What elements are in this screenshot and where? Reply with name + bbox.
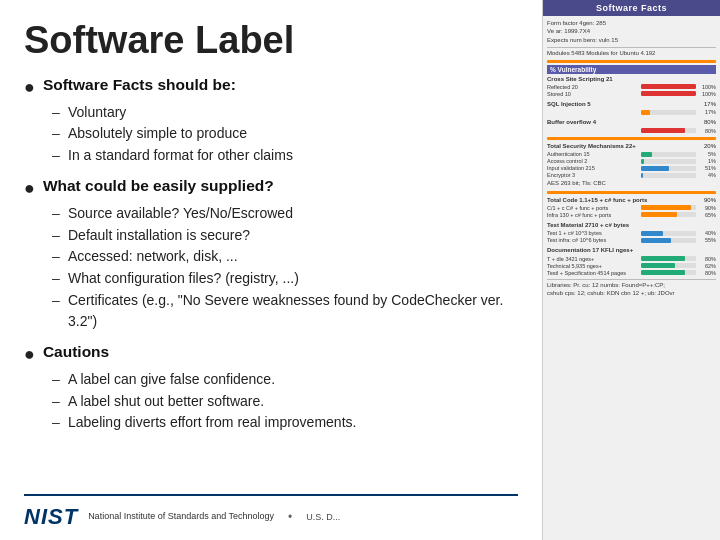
- buf-pct: 80%: [688, 118, 716, 126]
- bullet-dot-2: ●: [24, 178, 35, 199]
- totalcode-label: Total Code 1.1+15 + c# func + ports: [547, 196, 688, 204]
- list-item: Absolutely simple to produce: [52, 123, 518, 145]
- orange-divider-3: [547, 191, 716, 194]
- divider-2: [547, 279, 716, 280]
- meta-label-2: Ve ar: 1999.7X4: [547, 27, 716, 35]
- inv-pct: 51%: [698, 165, 716, 171]
- tm2-label: Test infra: c# 10^6 bytes: [547, 237, 639, 243]
- buf-bar-inner: [641, 128, 685, 133]
- tc1-pct: 90%: [698, 205, 716, 211]
- auth-bar-inner: [641, 152, 652, 157]
- orange-divider-1: [547, 60, 716, 63]
- main-bullet-2-text: What could be easily supplied?: [43, 177, 274, 195]
- doc1-pct: 80%: [698, 256, 716, 262]
- meta-row-1: Form factor 4gen: 285: [547, 19, 716, 27]
- auth-pct: 5%: [698, 151, 716, 157]
- buf-bar-pct: 80%: [698, 128, 716, 134]
- xss-pct-2: 100%: [698, 91, 716, 97]
- doc-label: Documentation 17 KFLI nges+: [547, 246, 716, 254]
- aes-label: AES 263 bit; Tls: CBC: [547, 179, 716, 187]
- doc2-bar-container: Technical 5,935 nges+ 62%: [547, 263, 716, 269]
- doc-title: Documentation 17 KFLI nges+: [547, 246, 716, 254]
- meta-label-1: Form factor 4gen: 285: [547, 19, 716, 27]
- modules-row: Modules 5483 Modules for Ubuntu 4.192: [547, 49, 716, 57]
- list-item: Certificates (e.g., "No Severe weaknesse…: [52, 290, 518, 333]
- sql-bar-container: 17%: [547, 109, 716, 115]
- tm2-bar-inner: [641, 238, 671, 243]
- sql-section: SQL Injection 5 17% 17%: [547, 100, 716, 115]
- tm1-bar-container: Test 1 + c# 10^3 bytes 40%: [547, 230, 716, 236]
- tm2-bar: [641, 238, 696, 243]
- totalcode-pct: 90%: [688, 196, 716, 204]
- nist-institution-name: National Institute of Standards and Tech…: [88, 511, 274, 523]
- doc1-bar-container: T + dle 3421 nges+ 80%: [547, 256, 716, 262]
- right-panel-header: Software Facts: [543, 0, 720, 16]
- doc3-bar-inner: [641, 270, 685, 275]
- footer-agency: U.S. D...: [306, 512, 340, 522]
- list-item: What configuration files? (registry, ...…: [52, 268, 518, 290]
- right-panel-content: Form factor 4gen: 285 Ve ar: 1999.7X4 Ex…: [543, 16, 720, 540]
- modules-label: Modules 5483 Modules for Ubuntu 4.192: [547, 49, 716, 57]
- acc-bar-inner: [641, 159, 644, 164]
- doc2-bar: [641, 263, 696, 268]
- acc-label: Access control 2: [547, 158, 639, 164]
- tm2-pct: 55%: [698, 237, 716, 243]
- inv-bar-inner: [641, 166, 669, 171]
- xss-item-1-label: Reflected 20: [547, 84, 639, 90]
- meta-row-3: Expects num bero: vuln 15: [547, 36, 716, 44]
- list-item: Default installation is secure?: [52, 225, 518, 247]
- enc-label: Encryptor 3: [547, 172, 639, 178]
- doc1-label: T + dle 3421 nges+: [547, 256, 639, 262]
- doc2-pct: 62%: [698, 263, 716, 269]
- footer: NIST National Institute of Standards and…: [24, 494, 518, 530]
- doc3-pct: 80%: [698, 270, 716, 276]
- doc1-bar-inner: [641, 256, 685, 261]
- section-cautions: ● Cautions A label can give false confid…: [24, 343, 518, 434]
- acc-bar: [641, 159, 696, 164]
- enc-bar-container: Encryptor 3 4%: [547, 172, 716, 178]
- doc3-bar: [641, 270, 696, 275]
- tc1-bar: [641, 205, 696, 210]
- list-item: A label shut out better software.: [52, 391, 518, 413]
- totalcode-title: Total Code 1.1+15 + c# func + ports 90%: [547, 196, 716, 204]
- bullet-dot-1: ●: [24, 77, 35, 98]
- tm1-bar-inner: [641, 231, 663, 236]
- enc-bar: [641, 173, 696, 178]
- secmech-section: Total Security Mechanisms 22+ 20% Authen…: [547, 142, 716, 188]
- buf-label: Buffer overflow 4: [547, 118, 688, 126]
- section-easily-supplied: ● What could be easily supplied? Source …: [24, 177, 518, 333]
- main-bullet-3: ● Cautions: [24, 343, 518, 365]
- slide-title: Software Label: [24, 20, 518, 62]
- list-item: Accessed: network, disk, ...: [52, 246, 518, 268]
- testmat-label: Test Material 2710 + c# bytes: [547, 221, 716, 229]
- xss-section: Cross Site Scripting 21 Reflected 20 100…: [547, 75, 716, 97]
- xss-title: Cross Site Scripting 21: [547, 75, 716, 83]
- sql-title: SQL Injection 5 17%: [547, 100, 716, 108]
- sql-pct: 17%: [688, 100, 716, 108]
- main-bullet-2: ● What could be easily supplied?: [24, 177, 518, 199]
- doc-section: Documentation 17 KFLI nges+ T + dle 3421…: [547, 246, 716, 275]
- sub-bullets-2: Source available? Yes/No/Escrowed Defaul…: [52, 203, 518, 333]
- xss-bar-1: [641, 84, 696, 89]
- secmech-title: Total Security Mechanisms 22+ 20%: [547, 142, 716, 150]
- list-item: Labeling diverts effort from real improv…: [52, 412, 518, 434]
- tc2-label: Infra 130 + c# func + ports: [547, 212, 639, 218]
- tm1-label: Test 1 + c# 10^3 bytes: [547, 230, 639, 236]
- meta-label-3: Expects num bero: vuln 15: [547, 36, 716, 44]
- doc1-bar: [641, 256, 696, 261]
- tc1-bar-inner: [641, 205, 691, 210]
- tc1-label: C/1 + c C# + func + ports: [547, 205, 639, 211]
- sql-bar-inner: [641, 110, 650, 115]
- xss-item-1: Reflected 20 100%: [547, 84, 716, 90]
- tm1-pct: 40%: [698, 230, 716, 236]
- xss-pct-1: 100%: [698, 84, 716, 90]
- testmat-title: Test Material 2710 + c# bytes: [547, 221, 716, 229]
- lib-section: Libraries: Pr. cu: 12 numbs: Found=P++:C…: [547, 281, 716, 298]
- footer-separator: •: [288, 510, 292, 524]
- list-item: A label can give false confidence.: [52, 369, 518, 391]
- meta-section: Form factor 4gen: 285 Ve ar: 1999.7X4 Ex…: [547, 19, 716, 44]
- sql-label: SQL Injection 5: [547, 100, 688, 108]
- lib-title: Libraries: Pr. cu: 12 numbs: Found=P++:C…: [547, 281, 716, 289]
- buf-section: Buffer overflow 4 80% 80%: [547, 118, 716, 133]
- orange-divider-2: [547, 137, 716, 140]
